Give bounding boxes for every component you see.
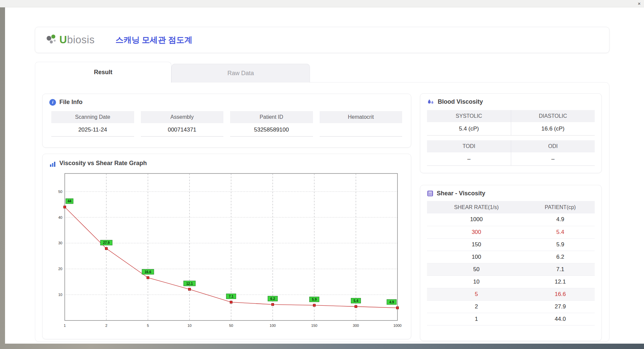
blood-viscosity-title: Blood Viscosity (427, 98, 595, 105)
shear-rate-cell: 2 (427, 300, 526, 313)
blood-viscosity-grid: SYSTOLICDIASTOLIC5.4 (cP)16.6 (cP)TODIOD… (427, 110, 595, 166)
bv-metric-value: – (511, 152, 595, 166)
graph-title-text: Viscosity vs Shear Rate Graph (59, 160, 147, 167)
patient-value-cell: 16.6 (526, 288, 595, 300)
file-info-field: Scanning Date2025-11-24 (51, 111, 134, 137)
x-tick-label: 2 (105, 323, 107, 328)
tab-result[interactable]: Result (35, 62, 171, 83)
app-window: Ubiosis 스캐닝 모세관 점도계 Result Raw Data i Fi… (5, 7, 644, 344)
patient-header: PATIENT(cp) (526, 201, 595, 213)
x-tick-label: 300 (353, 323, 359, 328)
data-label-text: 16.6 (145, 270, 151, 274)
field-label: Assembly (141, 111, 224, 123)
x-tick-label: 100 (270, 323, 276, 328)
shear-viscosity-table: SHEAR RATE(1/s) PATIENT(cp) 10004.93005.… (427, 201, 595, 326)
info-icon: i (49, 99, 56, 106)
window-titlebar: × (0, 0, 644, 7)
logo-text: Ubiosis (59, 34, 95, 46)
shear-rate-cell: 300 (427, 226, 526, 238)
data-point-marker (189, 288, 191, 291)
x-tick-label: 1 (64, 323, 66, 328)
x-tick-label: 150 (311, 323, 317, 328)
graph-card: Viscosity vs Shear Rate Graph 1020304050… (42, 154, 411, 339)
table-row: 1012.1 (427, 276, 595, 288)
patient-value-cell: 5.4 (526, 226, 595, 238)
tab-raw-data[interactable]: Raw Data (171, 64, 310, 83)
shear-rate-header: SHEAR RATE(1/s) (427, 201, 526, 213)
shear-rate-cell: 1000 (427, 213, 526, 226)
calculator-icon (427, 190, 433, 197)
table-row: 516.6 (427, 288, 595, 300)
field-label: Scanning Date (51, 111, 134, 123)
data-label-text: 7.1 (229, 295, 233, 298)
bv-metric-label: SYSTOLIC (427, 110, 511, 122)
shear-viscosity-title-text: Shear - Viscosity (437, 190, 485, 197)
x-tick-label: 10 (187, 323, 192, 328)
file-info-field: Patient ID53258589100 (230, 111, 313, 137)
patient-value-cell: 12.1 (526, 276, 595, 288)
table-row: 3005.4 (427, 226, 595, 238)
patient-value-cell: 7.1 (526, 263, 595, 276)
page-title: 스캐닝 모세관 점도계 (115, 35, 192, 45)
bv-metric-label: TODI (427, 140, 511, 152)
shear-rate-cell: 100 (427, 251, 526, 263)
shear-rate-cell: 1 (427, 313, 526, 325)
y-tick-label: 10 (58, 293, 62, 297)
header-card: Ubiosis 스캐닝 모세관 점도계 (35, 27, 609, 53)
x-tick-label: 50 (229, 323, 233, 328)
tab-bar: Result Raw Data (35, 62, 310, 83)
data-label-text: 4.9 (389, 300, 394, 304)
table-row: 507.1 (427, 263, 595, 276)
data-label-text: 27.9 (103, 241, 110, 245)
data-point-marker (355, 305, 357, 308)
window-close-button[interactable]: × (638, 0, 641, 7)
file-info-field: Hematocrit (320, 111, 402, 137)
shear-rate-cell: 50 (427, 263, 526, 276)
blood-viscosity-pair: SYSTOLICDIASTOLIC5.4 (cP)16.6 (cP) (427, 110, 595, 136)
bv-metric-label: DIASTOLIC (511, 110, 595, 122)
shear-viscosity-card: Shear - Viscosity SHEAR RATE(1/s) PATIEN… (420, 185, 602, 341)
bv-metric-value: 16.6 (cP) (511, 122, 595, 136)
x-tick-label: 5 (147, 323, 149, 328)
shear-viscosity-title: Shear - Viscosity (427, 190, 595, 197)
data-label-text: 12.1 (186, 282, 193, 286)
blood-viscosity-title-text: Blood Viscosity (438, 98, 483, 105)
patient-value-cell: 27.9 (526, 300, 595, 313)
file-info-field: Assembly000714371 (141, 111, 224, 137)
y-tick-label: 20 (58, 267, 62, 271)
table-row: 10004.9 (427, 213, 595, 226)
field-value: 2025-11-24 (51, 123, 134, 137)
data-point-marker (147, 277, 149, 279)
file-info-card: i File Info Scanning Date2025-11-24Assem… (42, 94, 411, 148)
table-row: 1505.9 (427, 238, 595, 251)
bv-metric-value: 5.4 (cP) (427, 122, 511, 136)
ubiosis-logo: Ubiosis (45, 34, 95, 46)
logo-leaf-icon (45, 34, 58, 46)
droplets-icon (427, 99, 434, 105)
file-info-title: i File Info (49, 99, 404, 106)
field-value: 000714371 (141, 123, 224, 137)
file-info-fields: Scanning Date2025-11-24Assembly000714371… (49, 111, 404, 137)
patient-value-cell: 6.2 (526, 251, 595, 263)
blood-viscosity-pair: TODIODI–– (427, 140, 595, 166)
data-point-marker (105, 247, 108, 250)
graph-title: Viscosity vs Shear Rate Graph (49, 159, 404, 167)
table-row: 144.0 (427, 313, 595, 325)
file-info-title-text: File Info (59, 99, 83, 106)
y-tick-label: 40 (58, 215, 62, 219)
bv-metric-value: – (427, 152, 511, 166)
data-label-text: 5.9 (312, 298, 317, 301)
result-panel: i File Info Scanning Date2025-11-24Assem… (35, 82, 609, 342)
field-label: Patient ID (230, 111, 313, 123)
patient-value-cell: 44.0 (526, 313, 595, 325)
table-row: 1006.2 (427, 251, 595, 263)
bv-metric-label: ODI (511, 140, 595, 152)
shear-rate-cell: 10 (427, 276, 526, 288)
data-label-text: 6.2 (270, 297, 275, 301)
shear-rate-cell: 5 (427, 288, 526, 300)
y-tick-label: 30 (58, 241, 62, 245)
field-value: 53258589100 (230, 123, 313, 137)
field-value (320, 123, 402, 137)
table-row: 227.9 (427, 300, 595, 313)
data-point-marker (272, 303, 274, 306)
